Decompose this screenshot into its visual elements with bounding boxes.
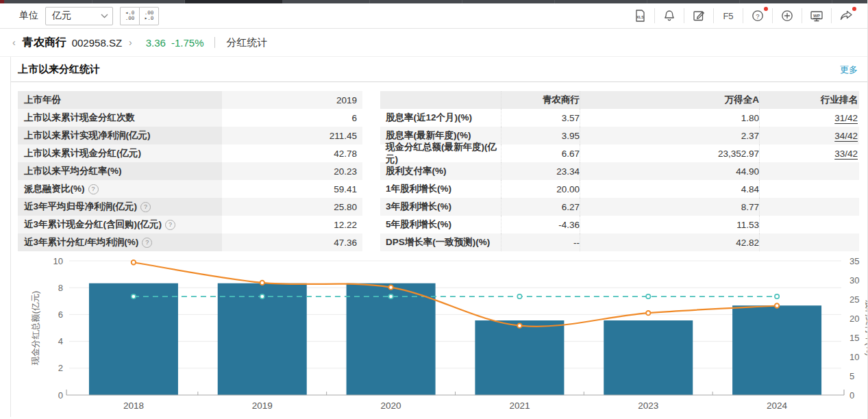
- metric-label: DPS增长率(一致预测)(%): [380, 236, 501, 249]
- metric-label: 股息率(近12个月)(%): [380, 112, 501, 124]
- company-value: --: [501, 233, 580, 251]
- table-row: 5年股利增长(%)-4.3611.53: [380, 216, 859, 233]
- metric-label: 近3年平均归母净利润(亿元)?: [18, 198, 222, 216]
- toolbar: 单位 亿元 ◂.0 .00 .00 ▸.0 XLSF5?WP: [0, 3, 867, 29]
- market-value: 8.77: [580, 198, 759, 216]
- metric-value: 47.36: [222, 233, 362, 251]
- svg-text:2018: 2018: [123, 401, 144, 411]
- company-value: 20.00: [501, 180, 580, 198]
- industry-rank: [759, 162, 859, 180]
- metric-value: 211.45: [222, 127, 362, 144]
- edit-note-icon[interactable]: [684, 8, 713, 23]
- tab-separators: [0, 0, 867, 3]
- unit-controls: 单位 亿元 ◂.0 .00 .00 ▸.0: [19, 7, 159, 25]
- table-row: DPS增长率(一致预测)(%)--42.82: [380, 233, 859, 251]
- svg-text:10: 10: [850, 352, 859, 362]
- metric-label: 5年股利增长(%): [380, 218, 501, 231]
- svg-text:2021: 2021: [509, 401, 530, 411]
- more-link[interactable]: 更多: [840, 64, 858, 76]
- wp-terminal-icon[interactable]: WP: [802, 8, 831, 23]
- metric-value: 59.41: [222, 180, 362, 198]
- company-value: -4.36: [501, 216, 580, 233]
- rank-link[interactable]: 33/42: [834, 149, 858, 159]
- market-value: 2.37: [580, 127, 759, 144]
- table-row: 上市以来平均分红率(%)20.23: [18, 162, 362, 180]
- forward-arrow-icon[interactable]: ›: [127, 37, 134, 48]
- svg-text:0: 0: [850, 390, 854, 401]
- xls-export-icon[interactable]: XLS: [625, 8, 654, 23]
- company-value: 3.95: [501, 127, 580, 144]
- market-value: 23,352.97: [580, 144, 759, 162]
- metric-label: 上市以来累计现金分红次数: [18, 109, 222, 127]
- back-arrow-icon[interactable]: ‹: [11, 37, 17, 48]
- content-panel: 上市以来分红统计 更多 上市年份2019上市以来累计现金分红次数6上市以来累计实…: [10, 57, 867, 417]
- stock-code: 002958.SZ: [72, 37, 122, 49]
- table-row: 上市年份2019: [18, 91, 362, 109]
- rank-link[interactable]: 31/42: [834, 113, 858, 123]
- column-header: 万得全A: [580, 91, 759, 109]
- share-icon[interactable]: [831, 8, 860, 23]
- decimal-buttons: ◂.0 .00 .00 ▸.0: [120, 7, 159, 25]
- unit-select[interactable]: 亿元: [45, 7, 113, 25]
- breadcrumb: ‹ 青农商行 002958.SZ › 3.36 -1.75% 分红统计: [0, 29, 867, 57]
- company-value: 6.67: [501, 144, 580, 162]
- table-row: 近3年累计现金分红(含回购)(亿元)?12.22: [18, 216, 362, 233]
- help-tooltip-icon[interactable]: ?: [140, 202, 151, 212]
- market-value: 4.84: [580, 180, 759, 198]
- svg-text:XLS: XLS: [636, 15, 644, 19]
- rank-link[interactable]: 34/42: [834, 131, 858, 141]
- metric-label: 派息融资比(%)?: [18, 180, 222, 198]
- summary-tables: 上市年份2019上市以来累计现金分红次数6上市以来累计实现净利润(亿元)211.…: [18, 91, 859, 251]
- notification-dot: [852, 7, 856, 11]
- dividend-statistics-page: { "colors":{ "bar":"#2a7699","line":"#f0…: [0, 0, 868, 419]
- metric-label: 上市以来累计现金分红(亿元): [18, 144, 222, 162]
- metric-label: 上市以来累计实现净利润(亿元): [18, 127, 222, 144]
- column-header: 青农商行: [501, 91, 580, 109]
- company-value: 23.34: [501, 162, 580, 180]
- page-title: 分红统计: [226, 36, 267, 49]
- market-value: 11.53: [580, 216, 759, 233]
- svg-text:25: 25: [850, 294, 859, 305]
- notification-bell-icon[interactable]: [654, 8, 684, 23]
- svg-text:F5: F5: [723, 11, 733, 21]
- table-row: 近3年平均归母净利润(亿元)?25.80: [18, 198, 362, 216]
- help-tooltip-icon[interactable]: ?: [165, 220, 175, 230]
- svg-text:WP: WP: [813, 13, 820, 18]
- metric-label: 近3年累计现金分红(含回购)(亿元)?: [18, 216, 222, 233]
- tab-strip-accent: [0, 0, 4, 3]
- stock-name: 青农商行: [23, 36, 66, 50]
- svg-text:?: ?: [756, 12, 759, 20]
- svg-text:现金分红总额(亿元): 现金分红总额(亿元): [31, 291, 40, 365]
- help-tooltip-icon[interactable]: ?: [142, 238, 152, 248]
- metric-label: 上市以来平均分红率(%): [18, 162, 222, 180]
- company-value: 6.27: [501, 198, 580, 216]
- stock-price: 3.36: [146, 37, 166, 49]
- metric-value: 12.22: [222, 216, 362, 233]
- right-table: 青农商行万得全A行业排名股息率(近12个月)(%)3.571.8031/42股息…: [380, 91, 859, 251]
- svg-text:20: 20: [850, 314, 859, 324]
- metric-value: 20.23: [222, 162, 362, 180]
- metric-label: 股息率(最新年度)(%): [380, 129, 501, 142]
- decimal-decrease-button[interactable]: ◂.0 .00: [120, 7, 139, 25]
- metric-value: 42.78: [222, 144, 362, 162]
- svg-text:30: 30: [850, 275, 859, 285]
- market-value: 44.90: [580, 162, 759, 180]
- svg-text:0: 0: [58, 390, 63, 401]
- table-row: 上市以来累计实现净利润(亿元)211.45: [18, 127, 362, 144]
- metric-label: 上市年份: [18, 91, 222, 109]
- help-icon[interactable]: ?: [743, 8, 772, 23]
- add-icon[interactable]: [772, 8, 802, 23]
- table-row: 上市以来累计现金分红(亿元)42.78: [18, 144, 362, 162]
- svg-text:5: 5: [850, 371, 854, 381]
- svg-text:2: 2: [58, 363, 63, 373]
- refresh-f5-button[interactable]: F5: [713, 8, 743, 23]
- decimal-increase-button[interactable]: .00 ▸.0: [139, 7, 159, 25]
- active-tab-strip: [185, 0, 282, 3]
- toolbar-icon-group: XLSF5?WP: [625, 8, 860, 24]
- section-title: 上市以来分红统计: [18, 63, 100, 76]
- table-row: 派息融资比(%)?59.41: [18, 180, 362, 198]
- svg-text:4: 4: [58, 336, 63, 346]
- help-tooltip-icon[interactable]: ?: [88, 184, 99, 194]
- svg-text:15: 15: [850, 333, 859, 343]
- svg-text:6: 6: [58, 309, 63, 320]
